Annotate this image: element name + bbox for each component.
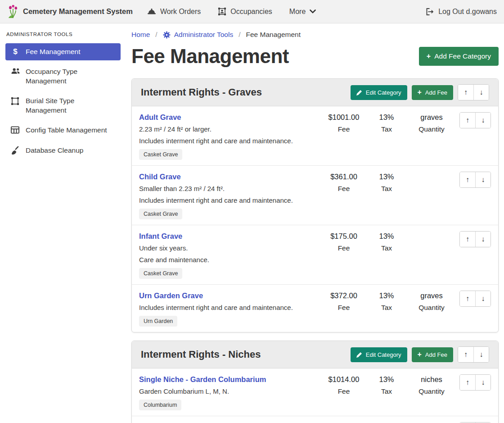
sidebar-item-occupancy-type[interactable]: Occupancy Type Management: [5, 63, 121, 90]
fee-descriptions: Under six years.Care and maintenance.: [139, 244, 318, 264]
fee-info: Adult Grave 2.23 m² / 24 ft² or larger.I…: [139, 112, 321, 160]
fee-name-link[interactable]: Infant Grave: [139, 232, 182, 241]
edit-category-label: Edit Category: [366, 351, 401, 358]
edit-category-button[interactable]: Edit Category: [351, 85, 407, 100]
fee-name-link[interactable]: Child Grave: [139, 173, 181, 181]
nav-work-orders[interactable]: Work Orders: [147, 8, 201, 16]
sidebar-heading: ADMINISTRATOR TOOLS: [6, 32, 120, 37]
tax-value: 13%: [366, 173, 407, 181]
move-category-down-button[interactable]: ↓: [473, 347, 489, 362]
fee-reorder: ↑ ↓: [456, 172, 491, 188]
add-fee-category-label: Add Fee Category: [434, 52, 491, 60]
nav-occupancies[interactable]: Occupancies: [218, 7, 272, 16]
fee-row: Child Grave Smaller than 2.23 m² / 24 ft…: [132, 166, 498, 225]
breadcrumb-separator: /: [238, 31, 240, 39]
sidebar-item-config-table[interactable]: Config Table Management: [5, 122, 121, 139]
fee-name-link[interactable]: Adult Grave: [139, 113, 181, 122]
fee-amount-column: $175.00 Fee: [321, 231, 366, 252]
breadcrumb-current: Fee Management: [246, 31, 301, 39]
move-fee-down-button[interactable]: ↓: [475, 291, 490, 306]
fee-descriptions: 2.23 m² / 24 ft² or larger.Includes inte…: [139, 125, 318, 145]
tax-value: 13%: [366, 291, 407, 300]
breadcrumb-home-link[interactable]: Home: [131, 31, 150, 39]
move-fee-down-button[interactable]: ↓: [475, 375, 490, 390]
tulip-logo-icon: [7, 5, 19, 18]
move-category-down-button[interactable]: ↓: [473, 85, 489, 100]
quantity-label: Quantity: [407, 387, 456, 396]
add-fee-category-button[interactable]: + Add Fee Category: [419, 47, 499, 66]
edit-category-button[interactable]: Edit Category: [351, 347, 407, 362]
logout-button[interactable]: Log Out d.gowans: [425, 8, 497, 16]
move-fee-down-button[interactable]: ↓: [475, 113, 490, 128]
fee-row: Infant Grave Under six years.Care and ma…: [132, 225, 498, 285]
quantity-column: [407, 231, 456, 236]
frame-icon: [11, 97, 20, 105]
fee-reorder-group: ↑ ↓: [459, 291, 491, 307]
fee-description: Under six years.: [139, 244, 318, 252]
fee-name-link[interactable]: Urn Garden Grave: [139, 291, 203, 300]
main-content: Home /: [126, 23, 504, 423]
users-icon: [11, 68, 20, 75]
category-reorder-group: ↑ ↓: [458, 346, 489, 363]
quantity-value: niches: [407, 375, 456, 384]
tax-value: 13%: [366, 375, 407, 384]
sidebar-item-burial-site-type[interactable]: Burial Site Type Management: [5, 92, 121, 119]
move-fee-up-button[interactable]: ↑: [460, 291, 475, 306]
fee-descriptions: Garden Columbarium L, M, N.: [139, 387, 318, 395]
fee-badge: Casket Grave: [139, 268, 182, 279]
tax-label: Tax: [366, 304, 407, 312]
move-category-up-button[interactable]: ↑: [458, 85, 473, 100]
move-fee-up-button[interactable]: ↑: [460, 172, 475, 187]
table-icon: [11, 126, 20, 134]
occupancy-frame-icon: [218, 7, 226, 16]
fee-amount: $1014.00: [321, 375, 366, 384]
fee-row: Single Niche - Garden Columbarium Garden…: [132, 368, 498, 416]
fee-reorder: ↑ ↓: [456, 112, 491, 128]
fee-amount-column: $372.00 Fee: [321, 291, 366, 312]
nav-more[interactable]: More: [289, 8, 316, 16]
add-fee-button[interactable]: + Add Fee: [412, 85, 454, 100]
plus-icon: +: [418, 352, 422, 358]
fee-amount-label: Fee: [321, 387, 366, 396]
fee-description: 2.23 m² / 24 ft² or larger.: [139, 125, 318, 133]
sidebar-item-label: Database Cleanup: [26, 146, 83, 155]
fee-description: Smaller than 2.23 m² / 24 ft².: [139, 185, 318, 192]
fee-description: Includes interment right and care and ma…: [139, 196, 318, 204]
sidebar-item-fee-management[interactable]: $ Fee Management: [5, 43, 121, 60]
fee-descriptions: Includes interment right and care and ma…: [139, 304, 318, 311]
tax-value: 13%: [366, 113, 407, 122]
tax-column: 13% Tax: [366, 172, 407, 193]
move-fee-up-button[interactable]: ↑: [460, 375, 475, 390]
move-fee-down-button[interactable]: ↓: [475, 232, 490, 247]
quantity-column: graves Quantity: [407, 291, 456, 312]
breadcrumb-admin-tools-link[interactable]: Administrator Tools: [163, 31, 234, 39]
breadcrumb-separator: /: [155, 31, 157, 39]
fee-badge: Casket Grave: [139, 149, 182, 160]
tax-column: 13% Tax: [366, 231, 407, 252]
fee-row: Urn Garden Grave Includes interment righ…: [132, 285, 498, 332]
fee-reorder-group: ↑ ↓: [459, 231, 491, 247]
quantity-column: graves Quantity: [407, 112, 456, 133]
move-category-up-button[interactable]: ↑: [458, 347, 473, 362]
tax-label: Tax: [366, 244, 407, 252]
sidebar-item-label: Occupancy Type Management: [26, 67, 115, 86]
quantity-column: niches Quantity: [407, 374, 456, 396]
move-fee-up-button[interactable]: ↑: [460, 232, 475, 247]
category-actions: Edit Category + Add Fee ↑ ↓: [351, 84, 489, 100]
fee-info: Infant Grave Under six years.Care and ma…: [139, 231, 321, 279]
fee-reorder: ↑ ↓: [456, 231, 491, 247]
move-fee-up-button[interactable]: ↑: [460, 113, 475, 128]
app-brand[interactable]: Cemetery Management System: [7, 5, 133, 18]
page-title: Fee Management: [131, 45, 289, 68]
gear-icon: [163, 31, 171, 39]
fee-category-card: Interment Rights - Niches Edit Category …: [131, 341, 499, 423]
fee-name-link[interactable]: Single Niche - Garden Columbarium: [139, 375, 266, 384]
sidebar-item-database-cleanup[interactable]: Database Cleanup: [5, 142, 121, 159]
fee-row: Adult Grave 2.23 m² / 24 ft² or larger.I…: [132, 106, 498, 166]
add-fee-button[interactable]: + Add Fee: [412, 347, 454, 362]
fee-amount-column: $1001.00 Fee: [321, 112, 366, 133]
fee-row: Companion Niche - Garden Columbarium Gar…: [132, 416, 498, 423]
category-header: Interment Rights - Graves Edit Category …: [132, 79, 498, 106]
fee-amount-column: $1014.00 Fee: [321, 374, 366, 396]
move-fee-down-button[interactable]: ↓: [475, 172, 490, 187]
